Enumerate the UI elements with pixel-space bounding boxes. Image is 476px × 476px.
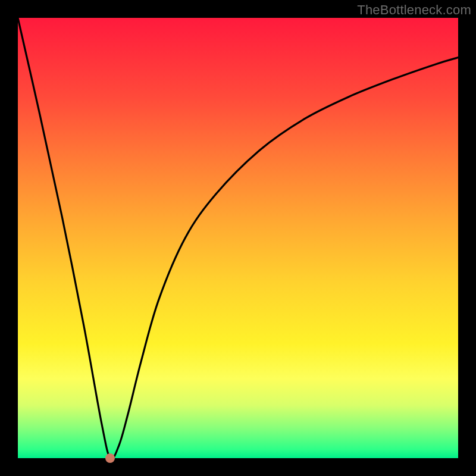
- optimal-point-marker: [105, 453, 115, 463]
- bottleneck-curve: [18, 18, 458, 458]
- plot-area: [18, 18, 458, 458]
- watermark-text: TheBottleneck.com: [357, 2, 471, 18]
- chart-frame: TheBottleneck.com: [0, 0, 476, 476]
